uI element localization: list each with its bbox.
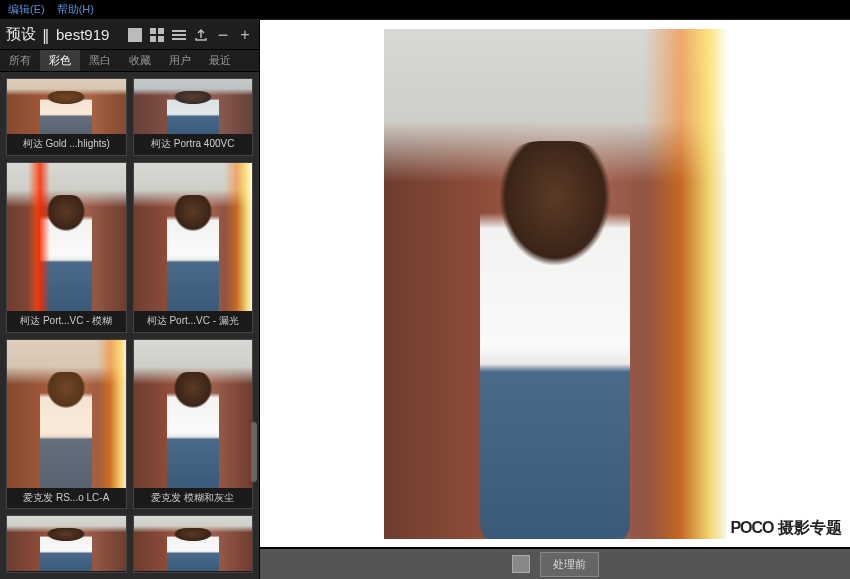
watermark: POCO 摄影专题 bbox=[730, 518, 842, 539]
preset-label: 柯达 Portra 400VC bbox=[134, 134, 253, 154]
panel-title-presets: 预设 bbox=[6, 25, 36, 44]
export-icon[interactable] bbox=[193, 27, 209, 43]
presets-panel: 预设 ‖ best919 − + 所有彩色黑白收藏用户最近 柯达 Gold ..… bbox=[0, 20, 260, 579]
preset-label: 爱克发 模糊和灰尘 bbox=[134, 488, 253, 508]
preset-label: 柯达 Port...VC - 漏光 bbox=[134, 311, 253, 331]
preset-thumbnail[interactable]: 柯达 Port...VC - 漏光 bbox=[133, 162, 254, 333]
svg-rect-0 bbox=[128, 28, 142, 42]
svg-rect-4 bbox=[158, 36, 164, 42]
main-image bbox=[384, 29, 726, 539]
filter-tab[interactable]: 彩色 bbox=[40, 50, 80, 71]
preset-thumbnail[interactable] bbox=[133, 515, 254, 573]
menu-help[interactable]: 帮助(H) bbox=[57, 2, 94, 17]
menu-edit[interactable]: 编辑(E) bbox=[8, 2, 45, 17]
preset-thumbnail[interactable] bbox=[6, 515, 127, 573]
filter-tab[interactable]: 最近 bbox=[200, 50, 240, 71]
filter-tab[interactable]: 收藏 bbox=[120, 50, 160, 71]
panel-header: 预设 ‖ best919 − + bbox=[0, 20, 259, 50]
menu-bar: 编辑(E) 帮助(H) bbox=[0, 0, 850, 20]
filter-tab[interactable]: 黑白 bbox=[80, 50, 120, 71]
preset-label: 柯达 Port...VC - 模糊 bbox=[7, 311, 126, 331]
minus-icon[interactable]: − bbox=[215, 27, 231, 43]
svg-rect-1 bbox=[150, 28, 156, 34]
image-viewport[interactable]: POCO 摄影专题 bbox=[260, 20, 850, 547]
preset-thumbnail[interactable]: 爱克发 模糊和灰尘 bbox=[133, 339, 254, 510]
preset-thumbnail[interactable]: 爱克发 RS...o LC-A bbox=[6, 339, 127, 510]
panel-title-sep: ‖ bbox=[42, 26, 50, 44]
view-grid-small-icon[interactable] bbox=[149, 27, 165, 43]
view-list-icon[interactable] bbox=[171, 27, 187, 43]
scrollbar-thumb[interactable] bbox=[251, 422, 257, 482]
view-grid-large-icon[interactable] bbox=[127, 27, 143, 43]
preset-thumbnail[interactable]: 柯达 Portra 400VC bbox=[133, 78, 254, 156]
svg-rect-2 bbox=[158, 28, 164, 34]
filter-tab[interactable]: 用户 bbox=[160, 50, 200, 71]
plus-icon[interactable]: + bbox=[237, 27, 253, 43]
color-swatch[interactable] bbox=[512, 555, 530, 573]
watermark-suffix: 摄影专题 bbox=[774, 519, 842, 536]
preset-label: 爱克发 RS...o LC-A bbox=[7, 488, 126, 508]
svg-rect-3 bbox=[150, 36, 156, 42]
panel-title-name: best919 bbox=[56, 26, 109, 43]
watermark-brand: POCO bbox=[730, 519, 773, 536]
before-button[interactable]: 处理前 bbox=[540, 552, 599, 577]
preset-thumbnail[interactable]: 柯达 Port...VC - 模糊 bbox=[6, 162, 127, 333]
preset-thumbnail[interactable]: 柯达 Gold ...hlights) bbox=[6, 78, 127, 156]
canvas-area: POCO 摄影专题 处理前 bbox=[260, 20, 850, 579]
filter-tabs: 所有彩色黑白收藏用户最近 bbox=[0, 50, 259, 72]
filter-tab[interactable]: 所有 bbox=[0, 50, 40, 71]
preset-label: 柯达 Gold ...hlights) bbox=[7, 134, 126, 154]
presets-grid: 柯达 Gold ...hlights)柯达 Portra 400VC柯达 Por… bbox=[0, 72, 259, 579]
bottom-toolbar: 处理前 bbox=[260, 549, 850, 579]
